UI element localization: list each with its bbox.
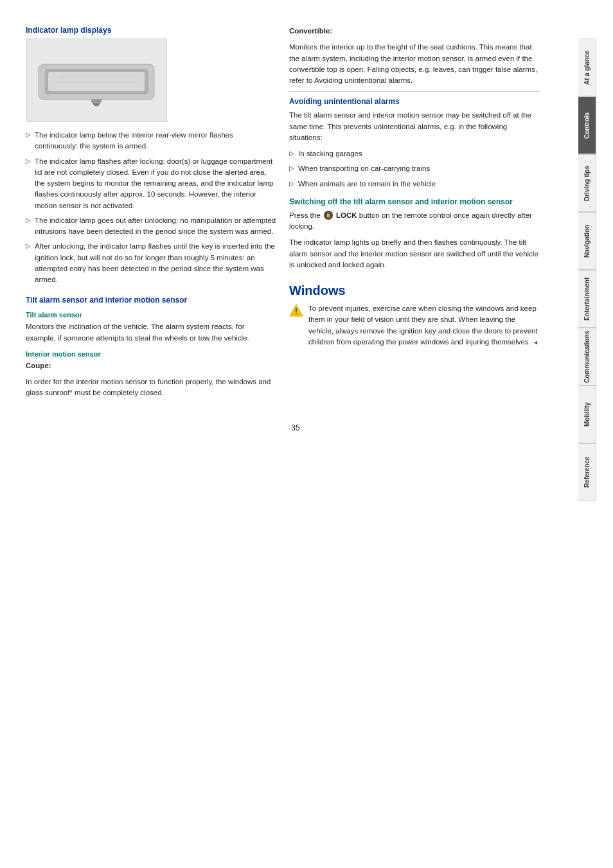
bullet-arrow-4: ▷ — [26, 242, 31, 249]
bullet-1: ▷ The indicator lamp below the interior … — [26, 130, 276, 152]
page-number: 35 — [26, 423, 565, 432]
avoid-text-1: In stacking garages — [298, 148, 362, 159]
divider-1 — [289, 91, 540, 92]
avoid-bullet-3: ▷ When animals are to remain in the vehi… — [289, 179, 540, 190]
indicator-heading: Indicator lamp displays — [26, 26, 276, 35]
lock-circle-icon: 🔒 — [324, 211, 333, 220]
bullet-3: ▷ The indicator lamp goes out after unlo… — [26, 215, 276, 238]
avoiding-heading: Avoiding unintentional alarms — [289, 97, 540, 106]
coupe-label: Coupe: — [26, 360, 276, 371]
sidebar-tab-at-a-glance[interactable]: At a glance — [578, 39, 596, 96]
convertible-label: Convertible: — [289, 26, 540, 37]
bullet-text-1: The indicator lamp below the interior re… — [35, 130, 276, 152]
coupe-body: In order for the interior motion sensor … — [26, 376, 276, 399]
bullet-arrow-2: ▷ — [26, 157, 31, 164]
sidebar-tab-entertainment[interactable]: Entertainment — [578, 270, 596, 328]
tilt-body: Monitors the inclination of the vehicle.… — [26, 321, 276, 344]
switching-body-2: The indicator lamp lights up briefly and… — [289, 237, 540, 270]
sidebar-tab-controls[interactable]: Controls — [578, 96, 596, 154]
sidebar-tab-communications[interactable]: Communications — [578, 328, 596, 385]
avoid-arrow-1: ▷ — [289, 150, 294, 157]
sidebar: At a glance Controls Driving tips Naviga… — [578, 0, 598, 868]
avoid-text-3: When animals are to remain in the vehicl… — [298, 179, 436, 190]
sidebar-tab-driving-tips[interactable]: Driving tips — [578, 154, 596, 212]
sidebar-tab-reference[interactable]: Reference — [578, 443, 596, 501]
svg-rect-2 — [48, 72, 145, 91]
end-mark: ◄ — [533, 339, 538, 346]
sidebar-tab-mobility[interactable]: Mobility — [578, 385, 596, 443]
interior-sub-heading: Interior motion sensor — [26, 350, 276, 358]
switching-heading: Switching off the tilt alarm sensor and … — [289, 197, 540, 206]
sidebar-tabs: At a glance Controls Driving tips Naviga… — [578, 39, 598, 501]
bullet-text-3: The indicator lamp goes out after unlock… — [35, 215, 276, 238]
avoiding-body: The tilt alarm sensor and interior motio… — [289, 110, 540, 143]
svg-rect-6 — [91, 99, 102, 103]
avoid-arrow-3: ▷ — [289, 180, 294, 187]
warning-triangle-icon: ! — [289, 304, 303, 317]
avoid-bullet-2: ▷ When transporting on car-carrying trai… — [289, 163, 540, 174]
switching-body-1: Press the 🔒 LOCK button on the remote co… — [289, 210, 540, 233]
bullet-text-2: The indicator lamp flashes after locking… — [35, 156, 276, 211]
tilt-heading: Tilt alarm sensor and interior motion se… — [26, 296, 276, 305]
svg-text:!: ! — [295, 307, 298, 316]
sidebar-tab-navigation[interactable]: Navigation — [578, 212, 596, 270]
avoid-bullet-1: ▷ In stacking garages — [289, 148, 540, 159]
convertible-body: Monitors the interior up to the height o… — [289, 42, 540, 86]
tilt-sub-heading: Tilt alarm sensor — [26, 311, 276, 319]
avoid-arrow-2: ▷ — [289, 164, 294, 172]
indicator-image — [26, 39, 167, 122]
windows-warning-text: To prevent injuries, exercise care when … — [308, 303, 540, 348]
bullet-arrow-1: ▷ — [26, 131, 31, 138]
bullet-text-4: After unlocking, the indicator lamp flas… — [35, 241, 276, 285]
bullet-4: ▷ After unlocking, the indicator lamp fl… — [26, 241, 276, 285]
bullet-arrow-3: ▷ — [26, 217, 31, 224]
windows-heading: Windows — [289, 283, 540, 298]
warning-block: ! To prevent injuries, exercise care whe… — [289, 303, 540, 353]
bullet-2: ▷ The indicator lamp flashes after locki… — [26, 156, 276, 211]
avoid-text-2: When transporting on car-carrying trains — [298, 163, 430, 174]
